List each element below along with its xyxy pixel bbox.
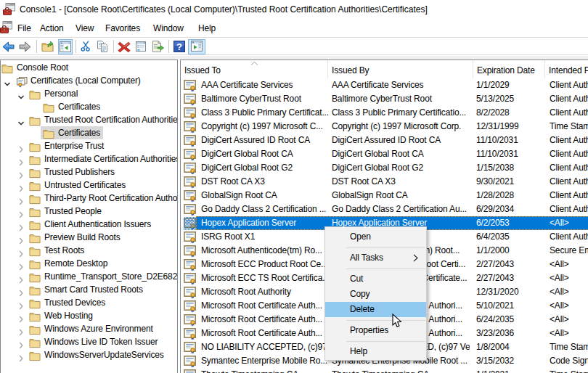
svg-text:?: ? xyxy=(176,41,182,52)
